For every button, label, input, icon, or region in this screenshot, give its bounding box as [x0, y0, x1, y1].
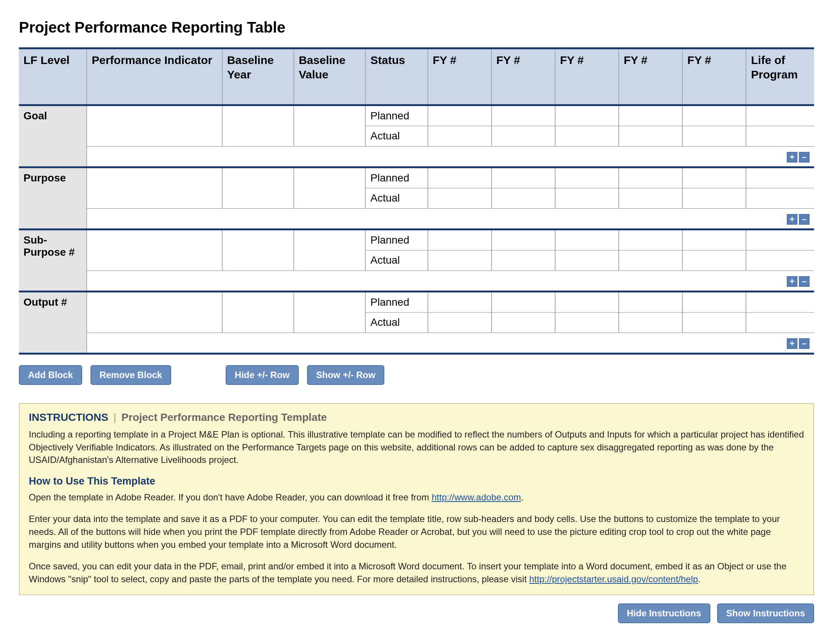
fy-cell[interactable]: [428, 230, 492, 250]
fy-cell[interactable]: [492, 105, 555, 126]
life-of-program-cell[interactable]: [746, 230, 814, 250]
fy-cell[interactable]: [428, 312, 492, 333]
table-header-row: LF Level Performance Indicator Baseline …: [19, 48, 814, 105]
add-row-button[interactable]: +: [787, 214, 798, 225]
fy-cell[interactable]: [682, 312, 746, 333]
baseline-value-cell[interactable]: [294, 230, 365, 271]
lf-level-cell[interactable]: Output #: [19, 292, 87, 354]
fy-cell[interactable]: [619, 250, 682, 271]
show-instructions-button[interactable]: Show Instructions: [717, 604, 814, 623]
status-actual-cell: Actual: [365, 250, 428, 271]
fy-cell[interactable]: [555, 188, 619, 209]
fy-cell[interactable]: [428, 292, 492, 312]
footer-action-bar: Hide Instructions Show Instructions: [19, 604, 814, 623]
fy-cell[interactable]: [555, 105, 619, 126]
fy-cell[interactable]: [555, 230, 619, 250]
baseline-year-cell[interactable]: [222, 230, 294, 271]
fy-cell[interactable]: [682, 250, 746, 271]
add-row-button[interactable]: +: [787, 152, 798, 163]
baseline-value-cell[interactable]: [294, 105, 365, 147]
fy-cell[interactable]: [555, 312, 619, 333]
table-row: PurposePlanned: [19, 167, 814, 188]
fy-cell[interactable]: [682, 167, 746, 188]
col-fy-4: FY #: [619, 48, 682, 105]
life-of-program-cell[interactable]: [746, 250, 814, 271]
performance-indicator-cell[interactable]: [87, 105, 222, 147]
hide-instructions-button[interactable]: Hide Instructions: [618, 604, 710, 623]
fy-cell[interactable]: [428, 250, 492, 271]
status-planned-cell: Planned: [365, 167, 428, 188]
remove-row-button[interactable]: –: [799, 214, 809, 225]
performance-indicator-cell[interactable]: [87, 167, 222, 209]
baseline-value-cell[interactable]: [294, 167, 365, 209]
fy-cell[interactable]: [619, 230, 682, 250]
life-of-program-cell[interactable]: [746, 126, 814, 147]
instructions-subtitle: Project Performance Reporting Template: [122, 411, 327, 423]
fy-cell[interactable]: [492, 312, 555, 333]
remove-row-button[interactable]: –: [799, 338, 809, 349]
fy-cell[interactable]: [492, 167, 555, 188]
status-planned-cell: Planned: [365, 292, 428, 312]
col-performance-indicator: Performance Indicator: [87, 48, 222, 105]
fy-cell[interactable]: [492, 230, 555, 250]
add-block-button[interactable]: Add Block: [19, 365, 82, 385]
life-of-program-cell[interactable]: [746, 105, 814, 126]
life-of-program-cell[interactable]: [746, 188, 814, 209]
fy-cell[interactable]: [555, 167, 619, 188]
add-row-button[interactable]: +: [787, 276, 798, 287]
pm-control-cell: +–: [87, 333, 814, 354]
instructions-para-1: Including a reporting template in a Proj…: [29, 428, 804, 466]
fy-cell[interactable]: [555, 126, 619, 147]
help-link[interactable]: http://projectstarter.usaid.gov/content/…: [529, 574, 698, 584]
fy-cell[interactable]: [428, 188, 492, 209]
fy-cell[interactable]: [492, 188, 555, 209]
fy-cell[interactable]: [492, 250, 555, 271]
hide-pm-row-button[interactable]: Hide +/- Row: [226, 365, 299, 385]
fy-cell[interactable]: [492, 292, 555, 312]
fy-cell[interactable]: [619, 188, 682, 209]
lf-level-cell[interactable]: Goal: [19, 105, 87, 167]
baseline-year-cell[interactable]: [222, 292, 294, 333]
lf-level-cell[interactable]: Sub-Purpose #: [19, 230, 87, 292]
adobe-link[interactable]: http://www.adobe.com: [432, 492, 521, 502]
pm-control-cell: +–: [87, 271, 814, 292]
fy-cell[interactable]: [555, 292, 619, 312]
remove-row-button[interactable]: –: [799, 152, 809, 163]
status-planned-cell: Planned: [365, 230, 428, 250]
fy-cell[interactable]: [428, 126, 492, 147]
fy-cell[interactable]: [619, 126, 682, 147]
fy-cell[interactable]: [682, 105, 746, 126]
fy-cell[interactable]: [492, 126, 555, 147]
life-of-program-cell[interactable]: [746, 167, 814, 188]
show-pm-row-button[interactable]: Show +/- Row: [307, 365, 385, 385]
col-baseline-year: Baseline Year: [222, 48, 294, 105]
table-row: Output #Planned: [19, 292, 814, 312]
status-planned-cell: Planned: [365, 105, 428, 126]
lf-level-cell[interactable]: Purpose: [19, 167, 87, 230]
remove-row-button[interactable]: –: [799, 276, 809, 287]
fy-cell[interactable]: [428, 105, 492, 126]
baseline-year-cell[interactable]: [222, 105, 294, 147]
fy-cell[interactable]: [682, 230, 746, 250]
fy-cell[interactable]: [555, 250, 619, 271]
fy-cell[interactable]: [619, 167, 682, 188]
col-fy-1: FY #: [428, 48, 492, 105]
fy-cell[interactable]: [428, 167, 492, 188]
remove-block-button[interactable]: Remove Block: [90, 365, 171, 385]
fy-cell[interactable]: [619, 312, 682, 333]
col-fy-5: FY #: [682, 48, 746, 105]
baseline-value-cell[interactable]: [294, 292, 365, 333]
fy-cell[interactable]: [682, 292, 746, 312]
baseline-year-cell[interactable]: [222, 167, 294, 209]
fy-cell[interactable]: [619, 105, 682, 126]
col-fy-3: FY #: [555, 48, 619, 105]
fy-cell[interactable]: [619, 292, 682, 312]
instructions-howto-heading: How to Use This Template: [29, 475, 804, 487]
life-of-program-cell[interactable]: [746, 312, 814, 333]
add-row-button[interactable]: +: [787, 338, 798, 349]
life-of-program-cell[interactable]: [746, 292, 814, 312]
fy-cell[interactable]: [682, 126, 746, 147]
performance-indicator-cell[interactable]: [87, 292, 222, 333]
performance-indicator-cell[interactable]: [87, 230, 222, 271]
fy-cell[interactable]: [682, 188, 746, 209]
